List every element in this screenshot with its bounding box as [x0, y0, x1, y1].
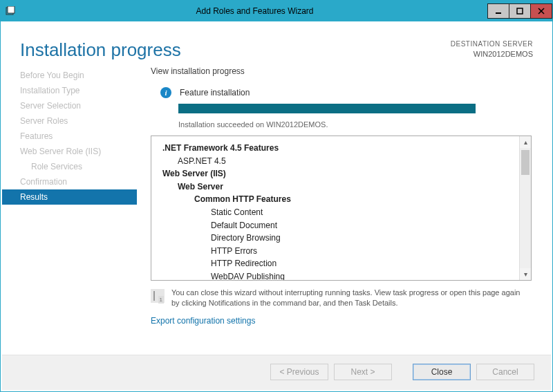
tree-item: Static Content [158, 206, 515, 219]
wizard-steps-sidebar: Before You Begin Installation Type Serve… [2, 66, 137, 355]
window-controls [488, 3, 552, 19]
tree-item: Directory Browsing [158, 232, 515, 245]
svg-rect-1 [8, 6, 15, 13]
svg-rect-3 [517, 8, 523, 14]
results-tree: .NET Framework 4.5 Features ASP.NET 4.5 … [151, 136, 532, 281]
maximize-button[interactable] [509, 3, 531, 19]
hint-row: You can close this wizard without interr… [151, 281, 532, 312]
destination-label: DESTINATION SERVER [451, 39, 533, 49]
hint-text: You can close this wizard without interr… [171, 288, 530, 309]
scroll-thumb[interactable] [521, 150, 529, 175]
tree-item: HTTP Redirection [158, 257, 515, 270]
minimize-button[interactable] [487, 3, 509, 19]
page-title: Installation progress [20, 39, 181, 61]
flag-icon [151, 289, 165, 303]
tree-item: WebDAV Publishing [158, 270, 515, 280]
window-title: Add Roles and Features Wizard [196, 6, 313, 16]
step-before-you-begin[interactable]: Before You Begin [2, 68, 137, 83]
tree-item: Web Server [158, 180, 515, 194]
main-panel: View installation progress i Feature ins… [137, 66, 551, 355]
app-icon [5, 6, 16, 17]
status-title: Feature installation [180, 88, 250, 97]
tree-item: Common HTTP Features [158, 193, 515, 206]
tree-item: Default Document [158, 219, 515, 232]
destination-name: WIN2012DEMOS [451, 49, 533, 59]
tree-item: .NET Framework 4.5 Features [158, 142, 515, 155]
next-button[interactable]: Next > [334, 364, 392, 380]
step-web-server-role[interactable]: Web Server Role (IIS) [2, 144, 137, 159]
install-succeeded-text: Installation succeeded on WIN2012DEMOS. [178, 120, 532, 129]
body-row: Before You Begin Installation Type Serve… [2, 66, 551, 355]
progress-bar [178, 104, 476, 113]
close-button[interactable]: Close [413, 364, 471, 380]
wizard-window: Add Roles and Features Wizard Installati… [0, 0, 553, 392]
previous-button[interactable]: < Previous [270, 364, 328, 380]
export-configuration-link[interactable]: Export configuration settings [151, 312, 532, 326]
view-progress-label: View installation progress [151, 66, 532, 76]
scroll-up-icon[interactable]: ▴ [520, 136, 531, 148]
results-tree-content: .NET Framework 4.5 Features ASP.NET 4.5 … [151, 136, 519, 280]
step-results[interactable]: Results [2, 189, 137, 205]
destination-server: DESTINATION SERVER WIN2012DEMOS [451, 39, 533, 59]
status-row: i Feature installation [151, 87, 532, 98]
step-server-selection[interactable]: Server Selection [2, 98, 137, 113]
step-server-roles[interactable]: Server Roles [2, 113, 137, 129]
step-features[interactable]: Features [2, 129, 137, 144]
tree-scrollbar[interactable]: ▴ ▾ [519, 136, 531, 280]
header-row: Installation progress DESTINATION SERVER… [2, 23, 551, 66]
step-role-services[interactable]: Role Services [2, 159, 137, 174]
close-window-button[interactable] [530, 3, 552, 19]
titlebar[interactable]: Add Roles and Features Wizard [1, 1, 552, 21]
step-installation-type[interactable]: Installation Type [2, 83, 137, 98]
tree-item: ASP.NET 4.5 [158, 155, 515, 168]
step-confirmation[interactable]: Confirmation [2, 174, 137, 189]
tree-item: Web Server (IIS) [158, 167, 515, 180]
footer: < Previous Next > Close Cancel [2, 355, 551, 390]
content-area: Installation progress DESTINATION SERVER… [1, 21, 552, 391]
scroll-down-icon[interactable]: ▾ [520, 268, 531, 280]
tree-item: HTTP Errors [158, 245, 515, 258]
info-icon: i [160, 87, 171, 98]
svg-rect-2 [496, 12, 501, 14]
cancel-button[interactable]: Cancel [476, 364, 534, 380]
